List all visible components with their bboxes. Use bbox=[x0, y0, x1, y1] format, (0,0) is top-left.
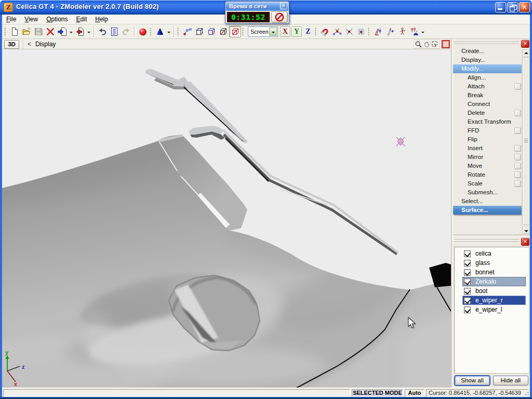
panel-grip[interactable] bbox=[454, 240, 519, 244]
command-option-box[interactable] bbox=[514, 110, 521, 116]
figure-button[interactable] bbox=[396, 26, 408, 37]
object-row-Zerkalo[interactable]: Zerkalo bbox=[462, 277, 526, 286]
menu-view[interactable]: View bbox=[20, 15, 42, 24]
command-exact-transform[interactable]: Exact Transform bbox=[453, 117, 522, 126]
visibility-checkbox[interactable] bbox=[464, 288, 471, 295]
scroll-up-icon[interactable] bbox=[522, 49, 530, 57]
restore-button[interactable] bbox=[507, 2, 518, 12]
log-button[interactable] bbox=[108, 26, 120, 37]
cube-vertices-mode-button[interactable] bbox=[193, 26, 205, 37]
visibility-checkbox[interactable] bbox=[464, 269, 471, 276]
toolbar-grip[interactable] bbox=[4, 27, 7, 36]
toolbar-grip[interactable] bbox=[315, 27, 317, 36]
scroll-down-icon[interactable] bbox=[522, 226, 530, 234]
minimize-button[interactable] bbox=[495, 2, 506, 12]
object-row-celica[interactable]: celica bbox=[462, 249, 526, 258]
weld-vertices-button[interactable] bbox=[331, 26, 343, 37]
object-row-bonnet[interactable]: bonnet bbox=[462, 268, 526, 277]
visibility-checkbox[interactable] bbox=[464, 260, 471, 267]
menu-file[interactable]: File bbox=[2, 15, 20, 24]
viewport-3d[interactable]: y z x bbox=[2, 49, 451, 388]
visibility-checkbox[interactable] bbox=[464, 297, 471, 304]
undo-button[interactable] bbox=[96, 26, 108, 37]
toolbar-grip[interactable] bbox=[242, 27, 245, 36]
object-row-e_wiper_l[interactable]: e_wiper_l bbox=[462, 305, 526, 314]
command-rotate[interactable]: Rotate bbox=[453, 170, 522, 179]
timer-close-icon[interactable]: ✕ bbox=[280, 3, 287, 9]
close-button[interactable] bbox=[519, 2, 530, 12]
menu-edit[interactable]: Edit bbox=[72, 15, 91, 24]
command-modify[interactable]: Modify... bbox=[453, 64, 522, 73]
visibility-checkbox[interactable] bbox=[464, 278, 471, 285]
snap-grid-button[interactable] bbox=[355, 26, 367, 37]
command-display[interactable]: Display... bbox=[453, 56, 522, 64]
objects-panel-close-icon[interactable]: ✕ bbox=[521, 238, 529, 246]
export-dropdown[interactable] bbox=[86, 26, 91, 37]
axis-x-toggle[interactable]: X bbox=[280, 26, 290, 37]
panel-grip[interactable] bbox=[454, 42, 519, 46]
command-break[interactable]: Break bbox=[453, 91, 522, 100]
commands-scrollbar[interactable] bbox=[522, 49, 530, 234]
view-mode-combo[interactable]: Screen bbox=[248, 26, 278, 37]
visibility-checkbox[interactable] bbox=[464, 307, 471, 313]
cube-faces-mode-button[interactable] bbox=[217, 26, 229, 37]
disconnect-button[interactable] bbox=[271, 11, 287, 22]
axis-z-toggle[interactable]: Z bbox=[303, 26, 313, 37]
breadcrumb[interactable]: Display bbox=[35, 41, 56, 48]
primitive-dropdown[interactable] bbox=[166, 26, 171, 37]
command-option-box[interactable] bbox=[514, 83, 521, 89]
vertices-mode-button[interactable] bbox=[181, 26, 193, 37]
panel-splitter[interactable] bbox=[453, 234, 530, 237]
command-scale[interactable]: Scale bbox=[453, 179, 522, 188]
command-connect[interactable]: Connect bbox=[453, 100, 522, 109]
axis-y-toggle[interactable]: Y bbox=[291, 26, 302, 37]
active-view-icon[interactable] bbox=[442, 40, 450, 48]
redo-button[interactable] bbox=[120, 26, 132, 37]
combo-dropdown-icon[interactable] bbox=[269, 28, 277, 36]
figure-group-button[interactable] bbox=[408, 26, 420, 37]
breadcrumb-back-icon[interactable]: < bbox=[28, 41, 31, 48]
show-all-button[interactable]: Show all bbox=[455, 376, 490, 385]
command-option-box[interactable] bbox=[514, 163, 521, 169]
command-delete[interactable]: Delete bbox=[453, 109, 522, 117]
object-row-boot[interactable]: boot bbox=[462, 286, 526, 296]
menu-options[interactable]: Options bbox=[42, 15, 72, 24]
menu-help[interactable]: Help bbox=[91, 15, 112, 24]
break-vertices-button[interactable] bbox=[343, 26, 355, 37]
command-option-box[interactable] bbox=[514, 171, 521, 178]
cube-objects-mode-button[interactable] bbox=[229, 26, 241, 37]
import-button[interactable] bbox=[56, 26, 68, 37]
command-mirror[interactable]: Mirror bbox=[453, 153, 522, 162]
hide-all-button[interactable]: Hide all bbox=[493, 376, 528, 385]
object-row-glass[interactable]: glass bbox=[462, 258, 526, 268]
select-icon[interactable] bbox=[431, 41, 439, 48]
command-option-box[interactable] bbox=[514, 180, 521, 187]
command-create[interactable]: Create... bbox=[453, 47, 522, 56]
open-file-button[interactable] bbox=[20, 26, 32, 37]
object-row-e_wiper_r[interactable]: e_wiper_r bbox=[462, 296, 526, 305]
pan-icon[interactable] bbox=[423, 41, 431, 48]
command-select[interactable]: Select... bbox=[453, 197, 522, 206]
figure-dropdown[interactable] bbox=[420, 26, 425, 37]
command-move[interactable]: Move bbox=[453, 162, 522, 170]
material-editor-button[interactable] bbox=[137, 26, 149, 37]
create-primitive-button[interactable] bbox=[154, 26, 166, 37]
command-ffd[interactable]: FFD bbox=[453, 126, 522, 135]
command-flip[interactable]: Flip bbox=[453, 135, 522, 144]
command-insert[interactable]: Insert bbox=[453, 144, 522, 153]
scroll-thumb[interactable] bbox=[522, 58, 530, 225]
zoom-icon[interactable] bbox=[415, 41, 422, 48]
visibility-checkbox[interactable] bbox=[464, 250, 471, 257]
command-attach[interactable]: Attach bbox=[453, 82, 522, 91]
command-option-box[interactable] bbox=[514, 154, 521, 160]
bone-scale-button[interactable] bbox=[372, 26, 384, 37]
command-option-box[interactable] bbox=[514, 127, 521, 134]
export-button[interactable] bbox=[74, 26, 86, 37]
command-align[interactable]: Align... bbox=[453, 73, 522, 82]
save-file-button[interactable] bbox=[32, 26, 44, 37]
toolbar-grip[interactable] bbox=[177, 27, 180, 36]
status-auto-badge[interactable]: Auto bbox=[405, 389, 424, 397]
magnet-snap-button[interactable] bbox=[319, 26, 331, 37]
commands-panel-close-icon[interactable]: ✕ bbox=[521, 40, 529, 48]
import-dropdown[interactable] bbox=[68, 26, 74, 37]
